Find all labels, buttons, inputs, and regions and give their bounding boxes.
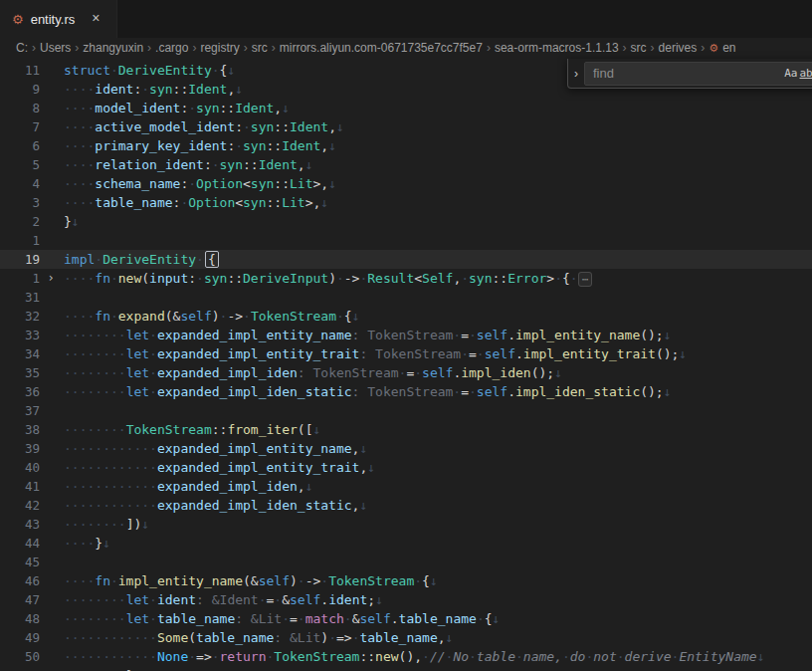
line-number[interactable]: 33 — [0, 326, 40, 344]
code-text[interactable]: ········let·expanded_impl_iden_static: T… — [62, 382, 672, 401]
line-number[interactable]: 47 — [0, 590, 40, 609]
breadcrumb-item[interactable]: derives — [659, 41, 698, 55]
code-line[interactable]: 38········TokenStream::from_iter([↓ — [0, 420, 812, 439]
code-line[interactable]: 51········}; — [0, 666, 812, 671]
code-line[interactable]: 5····relation_ident:·syn::Ident,↓ — [0, 155, 812, 174]
code-text[interactable]: ········TokenStream::from_iter([↓ — [62, 420, 320, 439]
code-text[interactable]: ········])↓ — [62, 515, 149, 534]
code-text[interactable] — [62, 231, 64, 250]
line-number[interactable]: 4 — [0, 174, 40, 193]
line-number[interactable]: 36 — [0, 382, 40, 401]
code-text[interactable]: ····fn·expand(&self)·->·TokenStream·{↓ — [62, 307, 359, 326]
breadcrumb-item[interactable]: mirrors.aliyun.com-0671735e7cc7f5e7 — [280, 41, 483, 55]
code-text[interactable]: ········let·expanded_impl_entity_name: T… — [62, 326, 672, 344]
line-number[interactable]: 37 — [0, 401, 40, 420]
code-line[interactable]: 46····fn·impl_entity_name(&self)·->·Toke… — [0, 571, 812, 590]
code-line[interactable]: 43········])↓ — [0, 515, 812, 534]
code-text[interactable] — [62, 553, 64, 571]
line-number[interactable]: 40 — [0, 458, 40, 477]
code-text[interactable]: ····relation_ident:·syn::Ident,↓ — [62, 155, 312, 174]
code-line[interactable]: 19impl·DeriveEntity·{ — [0, 250, 812, 269]
line-number[interactable]: 41 — [0, 477, 40, 496]
code-text[interactable]: ············expanded_impl_iden_static,↓ — [62, 496, 367, 515]
line-number[interactable]: 3 — [0, 193, 40, 212]
breadcrumb-item[interactable]: C: — [16, 41, 28, 55]
code-line[interactable]: 4····schema_name:·Option<syn::Lit>,↓ — [0, 174, 812, 193]
line-number[interactable]: 45 — [0, 553, 40, 571]
code-line[interactable]: 35········let·expanded_impl_iden: TokenS… — [0, 363, 812, 382]
line-number[interactable]: 46 — [0, 571, 40, 590]
line-number[interactable]: 11 — [0, 61, 40, 80]
code-text[interactable]: ········let·ident: &Ident·=·&self.ident;… — [62, 590, 383, 609]
line-number[interactable]: 6 — [0, 136, 40, 155]
code-line[interactable]: 47········let·ident: &Ident·=·&self.iden… — [0, 590, 812, 609]
code-line[interactable]: 34········let·expanded_impl_entity_trait… — [0, 344, 812, 363]
breadcrumb-item[interactable]: registry — [200, 41, 239, 55]
code-line[interactable]: 48········let·table_name: &Lit·=·match·&… — [0, 609, 812, 628]
code-line[interactable]: 39············expanded_impl_entity_name,… — [0, 439, 812, 458]
line-number[interactable]: 31 — [0, 288, 40, 307]
code-text[interactable]: impl·DeriveEntity·{ — [62, 250, 219, 269]
code-text[interactable]: ············expanded_impl_iden,↓ — [62, 477, 312, 496]
code-text[interactable]: ············Some(table_name: &Lit)·=>·ta… — [62, 628, 453, 647]
code-line[interactable]: 37 — [0, 401, 812, 420]
line-number[interactable]: 34 — [0, 344, 40, 363]
code-editor[interactable]: 11struct·DeriveEntity·{↓9····ident:·syn:… — [0, 58, 812, 671]
code-line[interactable]: 45 — [0, 553, 812, 571]
line-number[interactable]: 1 — [0, 231, 40, 250]
close-icon[interactable]: × — [86, 9, 105, 29]
code-text[interactable]: ····ident:·syn::Ident,↓ — [62, 80, 243, 99]
line-number[interactable]: 48 — [0, 609, 40, 628]
breadcrumb-item[interactable]: src — [631, 41, 647, 55]
fold-chevron-icon[interactable]: › — [40, 269, 62, 288]
breadcrumb-item[interactable]: .cargo — [155, 41, 188, 55]
breadcrumb-item[interactable]: sea-orm-macros-1.1.13 — [495, 41, 619, 55]
line-number[interactable]: 42 — [0, 496, 40, 515]
code-text[interactable]: ········let·expanded_impl_entity_trait: … — [62, 344, 687, 363]
code-text[interactable] — [62, 401, 64, 420]
code-line[interactable]: 36········let·expanded_impl_iden_static:… — [0, 382, 812, 401]
line-number[interactable]: 38 — [0, 420, 40, 439]
code-text[interactable]: ············None·=>·return·TokenStream::… — [62, 647, 765, 666]
code-text[interactable]: ········}; — [62, 666, 141, 671]
find-option-match-case[interactable]: Aa — [784, 67, 797, 80]
toggle-replace-chevron-icon[interactable]: › — [568, 67, 584, 81]
code-text[interactable] — [62, 288, 64, 307]
code-text[interactable]: ····}↓ — [62, 534, 110, 553]
line-number[interactable]: 51 — [0, 666, 40, 671]
breadcrumb-item[interactable]: zhangyuxin — [83, 41, 143, 55]
line-number[interactable]: 8 — [0, 99, 40, 117]
line-number[interactable]: 1 — [0, 269, 40, 288]
code-line[interactable]: 1 — [0, 231, 812, 250]
line-number[interactable]: 39 — [0, 439, 40, 458]
code-line[interactable]: 3····table_name:·Option<syn::Lit>,↓ — [0, 193, 812, 212]
code-line[interactable]: 8····model_ident:·syn::Ident,↓ — [0, 99, 812, 117]
code-line[interactable]: 31 — [0, 288, 812, 307]
code-text[interactable]: struct·DeriveEntity·{↓ — [62, 61, 235, 80]
code-text[interactable]: ········let·table_name: &Lit·=·match·&se… — [62, 609, 500, 628]
line-number[interactable]: 35 — [0, 363, 40, 382]
code-line[interactable]: 49············Some(table_name: &Lit)·=>·… — [0, 628, 812, 647]
find-input[interactable]: find Aaab.* — [584, 62, 812, 86]
code-line[interactable]: 32····fn·expand(&self)·->·TokenStream·{↓ — [0, 307, 812, 326]
code-text[interactable]: ····model_ident:·syn::Ident,↓ — [62, 99, 290, 117]
code-text[interactable]: ····schema_name:·Option<syn::Lit>,↓ — [62, 174, 336, 193]
breadcrumb-item[interactable]: Users — [40, 41, 71, 55]
code-text[interactable]: }↓ — [62, 212, 80, 231]
code-line[interactable]: 1›····fn·new(input:·syn::DeriveInput)·->… — [0, 269, 812, 288]
line-number[interactable]: 44 — [0, 534, 40, 553]
line-number[interactable]: 19 — [0, 250, 40, 269]
code-line[interactable]: 40············expanded_impl_entity_trait… — [0, 458, 812, 477]
line-number[interactable]: 43 — [0, 515, 40, 534]
breadcrumb-item[interactable]: src — [252, 41, 268, 55]
code-text[interactable]: ····table_name:·Option<syn::Lit>,↓ — [62, 193, 328, 212]
code-line[interactable]: 50············None·=>·return·TokenStream… — [0, 647, 812, 666]
code-line[interactable]: 2}↓ — [0, 212, 812, 231]
code-line[interactable]: 33········let·expanded_impl_entity_name:… — [0, 326, 812, 344]
code-line[interactable]: 41············expanded_impl_iden,↓ — [0, 477, 812, 496]
code-text[interactable]: ············expanded_impl_entity_name,↓ — [62, 439, 367, 458]
code-line[interactable]: 44····}↓ — [0, 534, 812, 553]
code-text[interactable]: ····fn·new(input:·syn::DeriveInput)·->·R… — [62, 269, 592, 288]
code-text[interactable]: ····active_model_ident:·syn::Ident,↓ — [62, 117, 344, 136]
line-number[interactable]: 7 — [0, 117, 40, 136]
